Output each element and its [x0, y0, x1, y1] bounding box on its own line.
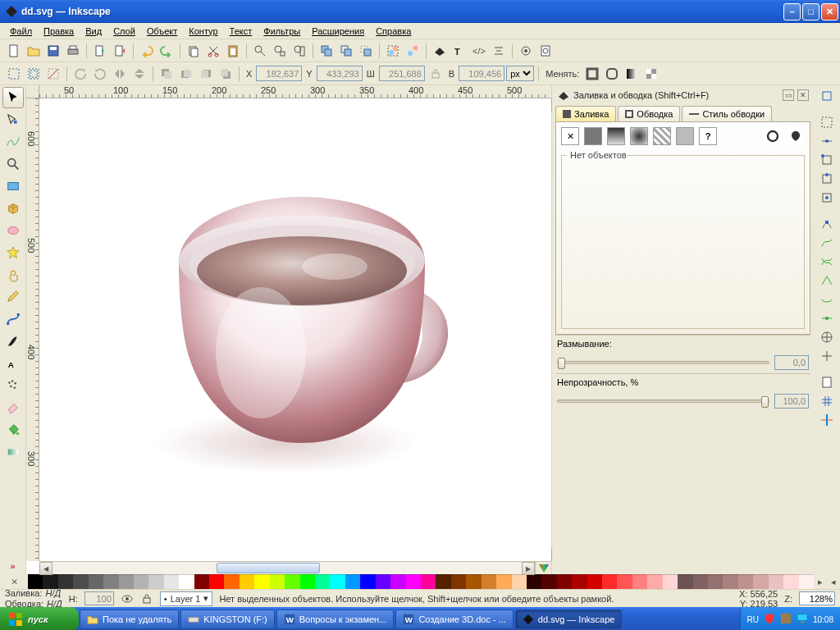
snap-bbox-mid-icon[interactable]	[818, 170, 836, 188]
palette-swatch[interactable]	[632, 574, 647, 589]
palette-swatch[interactable]	[541, 574, 556, 589]
selection-tool-icon[interactable]	[2, 87, 24, 108]
import-icon[interactable]	[91, 42, 109, 60]
zoom-selection-icon[interactable]	[251, 42, 269, 60]
palette-swatch[interactable]	[209, 574, 224, 589]
task-drive[interactable]: KINGSTON (F:)	[180, 609, 274, 629]
ellipse-tool-icon[interactable]	[2, 220, 24, 241]
menu-extensions[interactable]: Расширения	[307, 25, 369, 38]
palette-swatch[interactable]	[451, 574, 466, 589]
paint-hsla-icon[interactable]	[764, 127, 782, 145]
clock[interactable]: 10:08	[813, 615, 833, 624]
language-indicator[interactable]: RU	[747, 615, 759, 624]
task-folder-1[interactable]: Пока не удалять	[80, 609, 179, 629]
snap-bbox-edge-icon[interactable]	[818, 132, 836, 150]
blur-slider[interactable]	[557, 361, 769, 364]
rotate-ccw-icon[interactable]	[71, 65, 89, 83]
palette-swatch[interactable]	[693, 574, 708, 589]
rotate-cw-icon[interactable]	[91, 65, 109, 83]
node-tool-icon[interactable]	[2, 109, 24, 130]
snap-intersect-icon[interactable]	[818, 253, 836, 271]
paint-swatch-icon[interactable]	[676, 127, 694, 145]
gradient-tool-icon[interactable]	[2, 441, 24, 463]
palette-swatch[interactable]	[783, 574, 798, 589]
tray-prog-icon[interactable]	[780, 613, 792, 626]
palette-swatch[interactable]	[421, 574, 436, 589]
snap-grid-icon[interactable]	[818, 392, 836, 410]
color-palette[interactable]: ⨯ ▸ ◂	[0, 574, 840, 589]
palette-swatch[interactable]	[572, 574, 587, 589]
snap-node-icon[interactable]	[818, 215, 836, 233]
palette-swatch[interactable]	[164, 574, 179, 589]
palette-swatch[interactable]	[240, 574, 254, 589]
menu-filters[interactable]: Фильтры	[258, 25, 305, 38]
deselect-icon[interactable]	[44, 65, 62, 83]
snap-cusp-icon[interactable]	[818, 272, 836, 290]
palette-picker-icon[interactable]	[535, 561, 551, 574]
raise-top-icon[interactable]	[158, 65, 176, 83]
affect-corner-icon[interactable]	[603, 65, 621, 83]
menu-text[interactable]: Текст	[225, 25, 258, 38]
palette-swatch[interactable]	[436, 574, 450, 589]
palette-swatch[interactable]	[602, 574, 617, 589]
snap-midpoint-icon[interactable]	[818, 309, 836, 327]
palette-swatch[interactable]	[647, 574, 662, 589]
snap-path-icon[interactable]	[818, 234, 836, 252]
palette-swatch[interactable]	[300, 574, 315, 589]
tray-monitor-icon[interactable]	[797, 613, 808, 626]
snap-guide-icon[interactable]	[818, 411, 836, 429]
spiral-tool-icon[interactable]	[2, 264, 24, 285]
snap-rotation-icon[interactable]	[818, 347, 836, 365]
save-icon[interactable]	[44, 42, 62, 60]
snap-center-icon[interactable]	[818, 328, 836, 346]
paint-none-icon[interactable]: ✕	[561, 127, 579, 145]
group-icon[interactable]	[384, 42, 402, 60]
copy-icon[interactable]	[185, 42, 203, 60]
menu-edit[interactable]: Правка	[39, 25, 79, 38]
menu-file[interactable]: Файл	[5, 25, 37, 38]
cut-icon[interactable]	[204, 42, 222, 60]
status-opacity-field[interactable]	[84, 591, 114, 605]
palette-swatch[interactable]	[663, 574, 678, 589]
palette-swatch[interactable]	[390, 574, 405, 589]
layer-select[interactable]: •Layer 1 ▾	[160, 591, 213, 606]
visibility-icon[interactable]	[121, 592, 134, 605]
ruler-horizontal[interactable]: 50 100 150 200 250 300 350 400 450 500	[39, 85, 551, 98]
palette-swatch[interactable]	[738, 574, 753, 589]
paint-unknown-icon[interactable]: ?	[699, 127, 717, 145]
lock-icon[interactable]	[140, 592, 153, 605]
task-word-1[interactable]: WВопросы к экзамен...	[276, 609, 395, 629]
opacity-slider[interactable]	[557, 399, 769, 403]
close-button[interactable]: ✕	[821, 3, 838, 21]
toolbox-more-icon[interactable]: »	[2, 559, 24, 573]
palette-swatch[interactable]	[617, 574, 632, 589]
paint-pattern-icon[interactable]	[653, 127, 671, 145]
maximize-button[interactable]: □	[802, 3, 819, 21]
palette-swatch[interactable]	[270, 574, 285, 589]
task-word-2[interactable]: WСоздание 3D.doc - ...	[395, 609, 513, 629]
zoom-drawing-icon[interactable]	[271, 42, 289, 60]
select-all-icon[interactable]	[5, 65, 23, 83]
select-layers-icon[interactable]	[25, 65, 43, 83]
snap-smooth-icon[interactable]	[818, 290, 836, 308]
palette-swatch[interactable]	[119, 574, 134, 589]
affect-gradient-icon[interactable]	[623, 65, 641, 83]
redo-icon[interactable]	[158, 42, 176, 60]
ungroup-icon[interactable]	[404, 42, 422, 60]
palette-swatch[interactable]	[406, 574, 421, 589]
palette-swatch[interactable]	[103, 574, 118, 589]
ruler-vertical[interactable]: 600 500 400 300	[26, 98, 39, 561]
lower-bottom-icon[interactable]	[217, 65, 235, 83]
palette-swatch[interactable]	[315, 574, 330, 589]
y-field[interactable]	[317, 66, 363, 81]
open-file-icon[interactable]	[25, 42, 43, 60]
palette-swatch[interactable]	[194, 574, 209, 589]
tab-stroke-style[interactable]: Стиль обводки	[682, 106, 772, 121]
zoom-page-icon[interactable]	[290, 42, 308, 60]
text-tool-icon[interactable]: A	[2, 353, 24, 374]
paint-radial-icon[interactable]	[630, 127, 648, 145]
palette-swatch[interactable]	[28, 574, 43, 589]
text-dialog-icon[interactable]: T	[450, 42, 468, 60]
blur-field[interactable]	[774, 355, 809, 370]
menu-object[interactable]: Объект	[142, 25, 182, 38]
